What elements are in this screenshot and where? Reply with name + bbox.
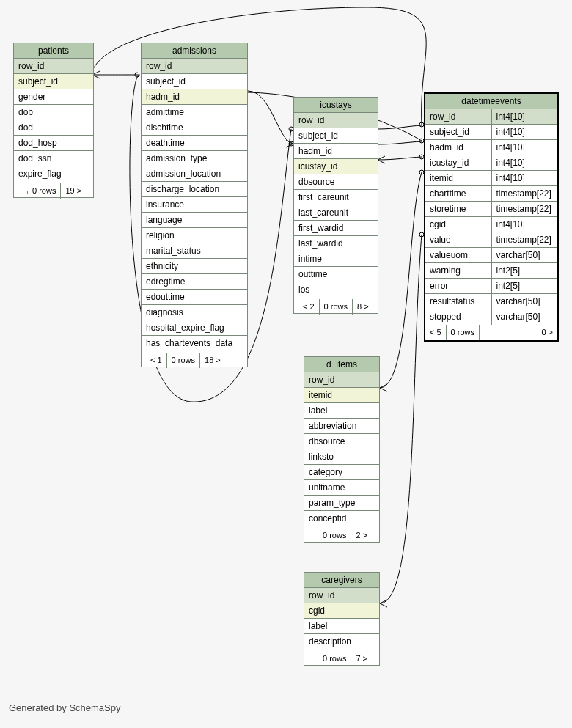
column-category: category [304, 465, 379, 480]
table-title: datetimeevents [425, 94, 557, 109]
column-dob: dob [14, 105, 93, 120]
table-caregivers[interactable]: caregivers row_idcgidlabeldescription 0 … [304, 572, 380, 666]
column-itemid: itemidint4[10] [425, 171, 557, 186]
column-first_wardid: first_wardid [294, 221, 378, 236]
table-footer: < 5 0 rows 0 > [425, 325, 557, 340]
column-conceptid: conceptid [304, 511, 379, 526]
table-title: patients [14, 43, 93, 59]
column-subject_id: subject_idint4[10] [425, 125, 557, 140]
column-linksto: linksto [304, 449, 379, 465]
column-dbsource: dbsource [294, 174, 378, 190]
column-error: errorint2[5] [425, 279, 557, 294]
column-los: los [294, 282, 378, 298]
table-body: row_iditemidlabelabbreviationdbsourcelin… [304, 372, 379, 526]
table-footer: 0 rows7 > [304, 650, 379, 665]
column-warning: warningint2[5] [425, 263, 557, 279]
column-language: language [142, 213, 247, 228]
column-discharge_location: discharge_location [142, 182, 247, 197]
table-body: row_idsubject_idhadm_idicustay_iddbsourc… [294, 113, 378, 298]
column-storetime: storetimetimestamp[22] [425, 202, 557, 217]
column-valueuom: valueuomvarchar[50] [425, 248, 557, 263]
column-hospital_expire_flag: hospital_expire_flag [142, 320, 247, 336]
column-subject_id: subject_id [14, 74, 93, 89]
column-resultstatus: resultstatusvarchar[50] [425, 294, 557, 309]
column-hadm_id: hadm_id [142, 89, 247, 105]
column-deathtime: deathtime [142, 136, 247, 151]
column-intime: intime [294, 251, 378, 267]
column-icustay_id: icustay_idint4[10] [425, 155, 557, 171]
column-row_id: row_idint4[10] [425, 109, 557, 125]
table-d_items[interactable]: d_items row_iditemidlabelabbreviationdbs… [304, 356, 380, 543]
credit-label: Generated by SchemaSpy [9, 702, 120, 713]
column-stopped: stoppedvarchar[50] [425, 309, 557, 325]
table-body: row_idsubject_idhadm_idadmittimedischtim… [142, 59, 247, 351]
table-datetimeevents[interactable]: datetimeevents row_idint4[10]subject_idi… [424, 92, 559, 342]
column-subject_id: subject_id [142, 74, 247, 89]
column-admittime: admittime [142, 105, 247, 120]
column-cgid: cgidint4[10] [425, 217, 557, 232]
column-hadm_id: hadm_idint4[10] [425, 140, 557, 155]
table-title: d_items [304, 357, 379, 372]
table-body: row_idsubject_idgenderdobdoddod_hospdod_… [14, 59, 93, 182]
column-row_id: row_id [294, 113, 378, 128]
table-footer: < 20 rows8 > [294, 298, 378, 313]
table-footer: 0 rows19 > [14, 182, 93, 197]
column-itemid: itemid [304, 388, 379, 403]
column-admission_location: admission_location [142, 166, 247, 182]
column-cgid: cgid [304, 603, 379, 619]
column-gender: gender [14, 89, 93, 105]
column-dischtime: dischtime [142, 120, 247, 136]
table-title: caregivers [304, 573, 379, 588]
table-patients[interactable]: patients row_idsubject_idgenderdobdoddod… [13, 43, 94, 198]
column-dbsource: dbsource [304, 434, 379, 449]
column-abbreviation: abbreviation [304, 419, 379, 434]
column-row_id: row_id [304, 372, 379, 388]
column-edregtime: edregtime [142, 274, 247, 290]
column-last_careunit: last_careunit [294, 205, 378, 221]
column-unitname: unitname [304, 480, 379, 496]
column-label: label [304, 619, 379, 634]
column-icustay_id: icustay_id [294, 159, 378, 174]
svg-point-0 [135, 73, 139, 77]
table-title: icustays [294, 98, 378, 113]
column-description: description [304, 634, 379, 650]
column-edouttime: edouttime [142, 290, 247, 305]
column-first_careunit: first_careunit [294, 190, 378, 205]
column-admission_type: admission_type [142, 151, 247, 166]
table-footer: < 10 rows18 > [142, 351, 247, 367]
table-body: row_idint4[10]subject_idint4[10]hadm_idi… [425, 109, 557, 325]
column-dod_ssn: dod_ssn [14, 151, 93, 166]
column-marital_status: marital_status [142, 243, 247, 259]
column-last_wardid: last_wardid [294, 236, 378, 251]
table-body: row_idcgidlabeldescription [304, 588, 379, 650]
table-title: admissions [142, 43, 247, 59]
column-row_id: row_id [14, 59, 93, 74]
column-dod: dod [14, 120, 93, 136]
column-row_id: row_id [304, 588, 379, 603]
column-dod_hosp: dod_hosp [14, 136, 93, 151]
column-expire_flag: expire_flag [14, 166, 93, 182]
column-subject_id: subject_id [294, 128, 378, 144]
column-has_chartevents_data: has_chartevents_data [142, 336, 247, 351]
column-charttime: charttimetimestamp[22] [425, 186, 557, 202]
table-icustays[interactable]: icustays row_idsubject_idhadm_idicustay_… [293, 97, 378, 314]
column-diagnosis: diagnosis [142, 305, 247, 320]
column-outtime: outtime [294, 267, 378, 282]
table-admissions[interactable]: admissions row_idsubject_idhadm_idadmitt… [141, 43, 248, 367]
column-hadm_id: hadm_id [294, 144, 378, 159]
column-religion: religion [142, 228, 247, 243]
column-label: label [304, 403, 379, 419]
column-insurance: insurance [142, 197, 247, 213]
column-row_id: row_id [142, 59, 247, 74]
column-param_type: param_type [304, 496, 379, 511]
table-footer: 0 rows2 > [304, 526, 379, 542]
column-ethnicity: ethnicity [142, 259, 247, 274]
column-value: valuetimestamp[22] [425, 232, 557, 248]
